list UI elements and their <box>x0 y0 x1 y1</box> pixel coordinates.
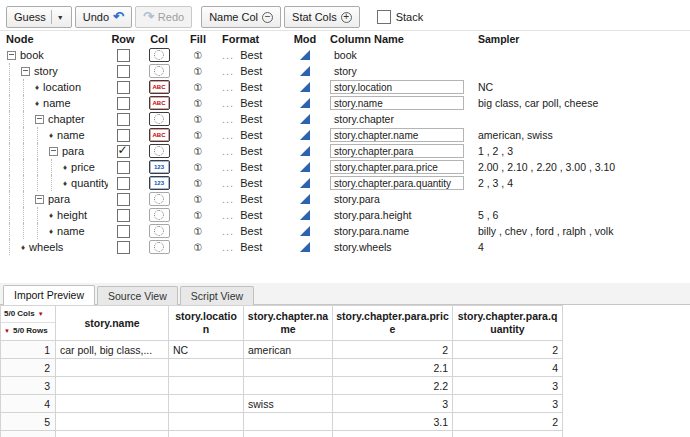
format-ellipsis-button[interactable]: ... <box>222 161 234 173</box>
unassigned-type-icon[interactable] <box>149 144 170 158</box>
expand-collapse-icon[interactable] <box>7 51 16 60</box>
fill-cell[interactable]: ① <box>180 50 216 61</box>
fill-cell[interactable]: ① <box>180 130 216 141</box>
continuous-modeling-icon[interactable] <box>300 162 310 172</box>
grid-column-header[interactable]: story.chapter.name <box>244 306 333 341</box>
unassigned-type-icon[interactable] <box>149 192 170 206</box>
format-ellipsis-button[interactable]: ... <box>222 177 234 189</box>
row-checkbox[interactable] <box>117 225 130 238</box>
tree-row: ♦height①...Beststory.para.height5 , 6 <box>0 207 690 223</box>
numeric-type-icon[interactable]: 123 <box>149 160 170 174</box>
row-checkbox[interactable] <box>117 161 130 174</box>
grid-column-header[interactable]: story.name <box>56 306 169 341</box>
format-ellipsis-button[interactable]: ... <box>222 145 234 157</box>
continuous-modeling-icon[interactable] <box>300 82 310 92</box>
continuous-modeling-icon[interactable] <box>300 146 310 156</box>
fill-cell[interactable]: ① <box>180 146 216 157</box>
column-name-input[interactable]: story.name <box>330 96 464 110</box>
row-checkbox[interactable] <box>117 145 130 158</box>
fill-cell[interactable]: ① <box>180 66 216 77</box>
grid-row-header[interactable]: 2 <box>1 359 56 377</box>
fill-cell[interactable]: ① <box>180 98 216 109</box>
unassigned-type-icon[interactable] <box>149 64 170 78</box>
fill-cell[interactable]: ① <box>180 242 216 253</box>
row-checkbox[interactable] <box>117 193 130 206</box>
continuous-modeling-icon[interactable] <box>300 66 310 76</box>
continuous-modeling-icon[interactable] <box>300 98 310 108</box>
unassigned-type-icon[interactable] <box>149 48 170 62</box>
fill-cell[interactable]: ① <box>180 114 216 125</box>
continuous-modeling-icon[interactable] <box>300 50 310 60</box>
continuous-modeling-icon[interactable] <box>300 242 310 252</box>
stat-cols-button[interactable]: Stat Cols + <box>284 6 360 28</box>
character-type-icon[interactable]: ABC <box>149 96 170 110</box>
fill-cell[interactable]: ① <box>180 82 216 93</box>
numeric-type-icon[interactable]: 123 <box>149 176 170 190</box>
row-checkbox[interactable] <box>117 49 130 62</box>
grid-column-header[interactable]: story.chapter.para.price <box>333 306 453 341</box>
row-checkbox[interactable] <box>117 241 130 254</box>
expand-collapse-icon[interactable] <box>49 147 58 156</box>
stack-checkbox[interactable] <box>377 10 391 24</box>
tab-script-view[interactable]: Script View <box>180 286 254 305</box>
fill-cell[interactable]: ① <box>180 178 216 189</box>
grid-corner-cell[interactable]: 5/0 Cols▼▼5/0 Rows <box>1 306 56 341</box>
format-ellipsis-button[interactable]: ... <box>222 129 234 141</box>
grid-row-header[interactable]: 1 <box>1 341 56 359</box>
format-ellipsis-button[interactable]: ... <box>222 193 234 205</box>
continuous-modeling-icon[interactable] <box>300 178 310 188</box>
unassigned-type-icon[interactable] <box>149 224 170 238</box>
continuous-modeling-icon[interactable] <box>300 114 310 124</box>
continuous-modeling-icon[interactable] <box>300 210 310 220</box>
grid-column-header[interactable]: story.chapter.para.quantity <box>453 306 563 341</box>
format-ellipsis-button[interactable]: ... <box>222 209 234 221</box>
row-checkbox[interactable] <box>117 113 130 126</box>
continuous-modeling-icon[interactable] <box>300 130 310 140</box>
grid-row-header[interactable]: 5 <box>1 413 56 431</box>
row-checkbox[interactable] <box>117 177 130 190</box>
tab-import-preview[interactable]: Import Preview <box>3 285 95 305</box>
format-cell: ...Best <box>216 49 282 61</box>
row-checkbox[interactable] <box>117 97 130 110</box>
fill-cell[interactable]: ① <box>180 194 216 205</box>
name-col-button[interactable]: Name Col − <box>201 6 281 28</box>
redo-button[interactable]: ↷ Redo <box>135 6 192 28</box>
fill-cell[interactable]: ① <box>180 226 216 237</box>
character-type-icon[interactable]: ABC <box>149 80 170 94</box>
expand-collapse-icon[interactable] <box>35 195 44 204</box>
row-checkbox[interactable] <box>117 81 130 94</box>
column-name-input[interactable]: story.chapter.para.price <box>330 160 464 174</box>
format-ellipsis-button[interactable]: ... <box>222 97 234 109</box>
guess-button[interactable]: Guess ▼ <box>6 6 72 28</box>
character-type-icon[interactable]: ABC <box>149 128 170 142</box>
undo-button[interactable]: Undo ↶ <box>75 6 132 28</box>
red-triangle-icon[interactable]: ▼ <box>38 311 44 317</box>
grid-row-header[interactable]: 3 <box>1 377 56 395</box>
format-ellipsis-button[interactable]: ... <box>222 81 234 93</box>
continuous-modeling-icon[interactable] <box>300 226 310 236</box>
expand-collapse-icon[interactable] <box>21 67 30 76</box>
fill-cell[interactable]: ① <box>180 210 216 221</box>
row-checkbox[interactable] <box>117 209 130 222</box>
unassigned-type-icon[interactable] <box>149 240 170 254</box>
format-ellipsis-button[interactable]: ... <box>222 225 234 237</box>
row-checkbox[interactable] <box>117 129 130 142</box>
unassigned-type-icon[interactable] <box>149 112 170 126</box>
red-triangle-icon[interactable]: ▼ <box>4 328 10 334</box>
expand-collapse-icon[interactable] <box>35 115 44 124</box>
continuous-modeling-icon[interactable] <box>300 194 310 204</box>
format-ellipsis-button[interactable]: ... <box>222 241 234 253</box>
format-ellipsis-button[interactable]: ... <box>222 65 234 77</box>
column-name-input[interactable]: story.location <box>330 80 464 94</box>
tab-source-view[interactable]: Source View <box>97 286 178 305</box>
unassigned-type-icon[interactable] <box>149 208 170 222</box>
column-name-input[interactable]: story.chapter.para.quantity <box>330 176 464 190</box>
column-name-input[interactable]: story.chapter.name <box>330 128 464 142</box>
row-checkbox[interactable] <box>117 65 130 78</box>
format-ellipsis-button[interactable]: ... <box>222 113 234 125</box>
column-name-input[interactable]: story.chapter.para <box>330 144 464 158</box>
grid-row-header[interactable]: 4 <box>1 395 56 413</box>
grid-column-header[interactable]: story.location <box>169 306 244 341</box>
fill-cell[interactable]: ① <box>180 162 216 173</box>
format-ellipsis-button[interactable]: ... <box>222 49 234 61</box>
